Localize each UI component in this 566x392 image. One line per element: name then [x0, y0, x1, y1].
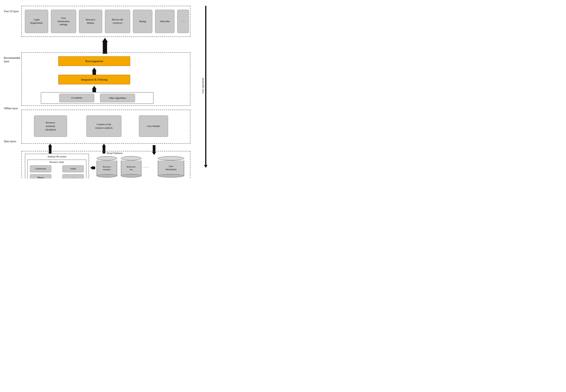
resource-metadata-cylinder: Resourcemetadata [96, 156, 118, 178]
user-operations-label: User operations [201, 78, 204, 94]
arrow-to-ui [102, 38, 108, 54]
resource-entity-label: Resource entity [28, 161, 86, 164]
rearrangement-box: Rearrangement [58, 56, 130, 66]
integration-filtering-box: Integration & Filtering [58, 75, 130, 84]
user-info-settings-box: Userinformationsettings [51, 10, 76, 33]
audio-box: Audio [62, 165, 84, 172]
user-operations-line [205, 6, 206, 165]
hadoop-solid-box: Hadoop File system Resource entity Cours… [25, 154, 89, 179]
dots-between-cylinders: ······ [143, 166, 149, 169]
data-layer-label: Data layers [4, 140, 20, 143]
login-registration-box: LoginRegistration [25, 10, 48, 33]
other-algorithms-box: Other algorithms [100, 94, 135, 102]
behaviour-log-cylinder: Behaviourlog [120, 156, 142, 178]
mysql-label: Mysql Databases [103, 152, 126, 155]
more-box: · · · [177, 10, 189, 33]
user-ui-layer-label: User UI layer [4, 10, 20, 13]
photos-box: Photos [30, 174, 51, 179]
arrow-mysql-to-hadoop [90, 166, 95, 170]
user-models-box: User Models [139, 115, 168, 137]
rating-box: Rating [133, 10, 152, 33]
courseware-box: Courseware [30, 165, 51, 172]
resource-entity-box: Resource entity Courseware Audio Photos … [27, 159, 87, 179]
resource-display-box: Resourcedisplay [79, 10, 102, 33]
tsbpnn-box: T-S-BPNN [59, 94, 94, 102]
content-analysis-box: Content of theresource analysis [87, 115, 121, 137]
hadoop-label: Hadoop File system [25, 155, 89, 158]
browse-resources-box: Browse theresources [105, 10, 130, 33]
resource-similarity-box: Resourcesimilaritycalculation [34, 115, 67, 137]
algorithm-solid-box: T-S-BPNN Other algorithms [41, 92, 153, 104]
recommended-layer-label: Recommended layer [4, 56, 20, 63]
offline-layer-label: Offline layer [4, 107, 20, 110]
user-information-cylinder: Userinformation [157, 156, 185, 178]
dots-small-box: · · · [62, 174, 84, 179]
subscribe-box: Subscribe [155, 10, 175, 33]
user-operations-arrow-head [204, 165, 208, 168]
